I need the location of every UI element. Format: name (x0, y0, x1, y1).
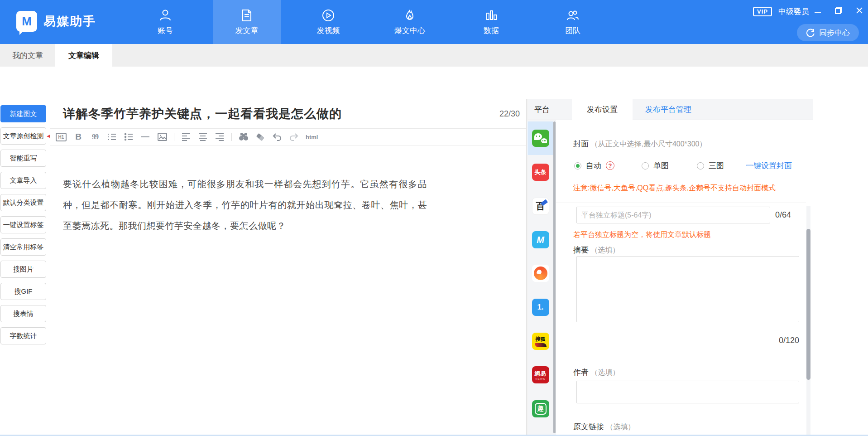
article-editor: 详解冬季竹芋养护关键点，一起看看我是怎么做的 22/30 H1 B 99 (50, 99, 527, 436)
blockquote-button[interactable]: 99 (90, 132, 100, 142)
word-count-button[interactable]: 字数统计 (0, 327, 46, 344)
flame-icon (403, 9, 417, 22)
wechat-icon (532, 130, 549, 147)
vip-badge: VIP (753, 7, 772, 16)
user-icon (158, 9, 172, 22)
platform-header: 平台 (528, 99, 556, 120)
app-logo-icon: M (16, 11, 37, 32)
publish-settings-panel: 发布设置 发布平台管理 封面 （从正文中选择,最小尺寸400*300） 自动 ?… (556, 99, 813, 436)
summary-counter: 0/120 (576, 336, 799, 345)
maximize-button[interactable] (834, 5, 844, 15)
tab-publish-settings[interactable]: 发布设置 (572, 99, 633, 120)
article-import-button[interactable]: 文章导入 (0, 172, 46, 189)
cover-mode-notice: 注意:微信号,大鱼号,QQ看点,趣头条,企鹅号不支持自动封面模式 (573, 184, 776, 193)
toutiao-icon: 头条 (532, 164, 549, 181)
cover-mode-options: 自动 ? 单图 三图 一键设置封面 (574, 160, 792, 171)
nav-team[interactable]: 团队 (539, 0, 607, 44)
platform-wangyi[interactable]: 網易 NEWS (528, 358, 553, 392)
wangyi-news-icon: 網易 NEWS (532, 366, 549, 383)
radio-auto[interactable] (574, 162, 581, 170)
panel-scrollbar-thumb[interactable] (806, 229, 810, 380)
html-source-button[interactable]: html (306, 132, 318, 142)
document-tabbar: 我的文章 文章编辑 (0, 44, 868, 67)
platform-wechat[interactable] (528, 121, 553, 155)
app-brand: M 易媒助手 (16, 11, 96, 32)
smart-rewrite-button[interactable]: 智能重写 (0, 150, 46, 167)
platform-baijiahao[interactable]: 百 (528, 189, 553, 223)
one-click-tags-button[interactable]: 一键设置标签 (0, 216, 46, 233)
editor-toolbar: H1 B 99 (50, 128, 526, 145)
radio-single-image[interactable] (642, 162, 649, 170)
search-emoji-button[interactable]: 搜表情 (0, 305, 46, 322)
align-right-button[interactable] (215, 132, 225, 142)
search-image-button[interactable]: 搜图片 (0, 261, 46, 278)
align-left-button[interactable] (181, 132, 191, 142)
minimize-button[interactable] (813, 5, 823, 15)
author-input[interactable] (576, 381, 799, 403)
redo-icon[interactable] (289, 132, 299, 142)
qutoutiao-icon: 趣 (532, 400, 549, 417)
cover-section-label: 封面 （从正文中选择,最小尺寸400*300） (573, 139, 707, 149)
find-replace-icon[interactable] (239, 132, 249, 142)
nav-publish-video[interactable]: 发视频 (294, 0, 362, 44)
originality-check-button[interactable]: 文章原创检测 (0, 127, 46, 145)
baijiahao-icon: 百 (532, 198, 549, 215)
tab-platform-manage[interactable]: 发布平台管理 (645, 99, 691, 120)
clear-tags-button[interactable]: 清空常用标签 (0, 238, 46, 256)
platform-toutiao[interactable]: 头条 (528, 155, 553, 189)
unordered-list-button[interactable] (124, 132, 134, 142)
heading-button[interactable]: H1 (56, 133, 67, 141)
platform-dayu[interactable] (528, 257, 553, 290)
radio-three-images[interactable] (697, 162, 704, 170)
nav-publish-article[interactable]: 发文章 (213, 0, 281, 44)
help-question-icon[interactable]: ? (606, 161, 614, 170)
tab-my-articles[interactable]: 我的文章 (0, 44, 55, 67)
publish-panel-header: 发布设置 发布平台管理 (556, 99, 813, 120)
independent-title-counter: 0/64 (775, 210, 791, 220)
main-nav: 账号 发文章 发视频 爆文中心 (131, 0, 620, 44)
summary-textarea[interactable] (576, 256, 799, 322)
tray-dropdown-icon[interactable] (792, 5, 802, 15)
article-body-text[interactable]: 要说什么植物越冬比较困难，可能很多朋友和我一样都会先想到竹芋。它虽然有很多品种，… (50, 174, 440, 236)
platform-m[interactable]: M (528, 223, 553, 257)
tab-article-edit[interactable]: 文章编辑 (55, 44, 112, 67)
title-empty-notice: 若平台独立标题为空，将使用文章默认标题 (573, 230, 711, 240)
article-icon (240, 9, 254, 22)
bar-chart-icon (484, 9, 498, 22)
toolbar-separator (231, 133, 232, 141)
undo-icon[interactable] (272, 132, 282, 142)
platform-scrollbar[interactable] (553, 121, 556, 433)
new-article-button[interactable]: 新建图文 (0, 105, 46, 122)
dayu-fish-icon (532, 265, 549, 282)
team-icon (566, 9, 580, 22)
platform-qutoutiao[interactable]: 趣 (528, 392, 553, 426)
horizontal-rule-button[interactable] (140, 132, 150, 142)
close-button[interactable] (854, 5, 864, 15)
nav-hot-center[interactable]: 爆文中心 (376, 0, 444, 44)
app-name: 易媒助手 (43, 13, 96, 29)
search-gif-button[interactable]: 搜GIF (0, 283, 46, 300)
yidian-icon: 1. (532, 299, 549, 316)
nav-data[interactable]: 数据 (457, 0, 525, 44)
platform-yidianzixun[interactable]: 1. (528, 291, 553, 324)
insert-image-button[interactable] (157, 132, 167, 142)
independent-title-input[interactable] (576, 207, 770, 223)
eraser-icon[interactable] (255, 132, 265, 142)
one-click-cover-link[interactable]: 一键设置封面 (746, 160, 792, 171)
bold-button[interactable]: B (73, 132, 83, 142)
nav-account[interactable]: 账号 (131, 0, 199, 44)
platform-sohu[interactable]: 搜狐 (528, 325, 553, 358)
m-platform-icon: M (532, 231, 549, 248)
default-category-button[interactable]: 默认分类设置 (0, 194, 46, 211)
section-divider (556, 203, 806, 203)
sync-center-button[interactable]: 同步中心 (797, 24, 859, 41)
ordered-list-button[interactable] (107, 132, 117, 142)
title-char-counter: 22/30 (499, 109, 520, 119)
refresh-icon (806, 28, 815, 37)
titlebar: M 易媒助手 账号 发文章 发视频 (0, 0, 868, 44)
sohu-icon: 搜狐 (532, 333, 549, 350)
window-controls (792, 5, 864, 15)
align-center-button[interactable] (198, 132, 208, 142)
article-title-input[interactable]: 详解冬季竹芋养护关键点，一起看看我是怎么做的 (63, 106, 499, 122)
toolbar-separator (174, 133, 174, 141)
